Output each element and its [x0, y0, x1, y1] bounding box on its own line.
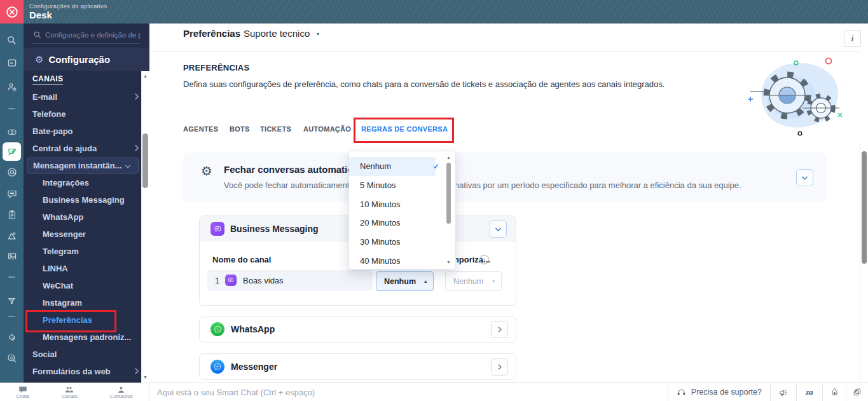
messenger-icon — [210, 360, 224, 374]
dropdown-scroll-up-icon[interactable]: ▲ — [446, 155, 451, 160]
sidebar-scroll-thumb[interactable] — [142, 133, 148, 188]
sidebar-item-telefone[interactable]: Telefone — [24, 105, 149, 123]
sidebar-item-mensagens-padronizadas[interactable]: Mensagens padroniz... — [24, 329, 149, 346]
chevron-right-icon — [134, 92, 139, 101]
chat-dots-icon[interactable] — [0, 186, 24, 202]
chevron-right-icon — [134, 144, 139, 153]
dropdown-option-30-minutos[interactable]: 30 Minutos — [349, 233, 436, 252]
sidebar-item-linha[interactable]: LINHA — [24, 260, 149, 277]
rail-divider — [8, 108, 15, 109]
sidebar-search[interactable]: Configuração e definição de pesquisa — [24, 24, 149, 48]
bottom-nav-chats[interactable]: Chats — [16, 386, 29, 399]
clipboard-icon[interactable] — [0, 207, 24, 223]
sidebar-item-email[interactable]: E-mail — [24, 88, 149, 105]
gear-icon: ⚙ — [201, 165, 212, 177]
sidebar-item-mensagem-instantanea[interactable]: Mensagem instantân... — [27, 158, 139, 173]
filter-funnel-icon[interactable] — [0, 292, 24, 309]
tab-regras-de-conversa[interactable]: REGRAS DE CONVERSA — [361, 125, 448, 133]
tab-bots[interactable]: BOTS — [230, 125, 250, 133]
chevron-down-icon — [801, 175, 809, 181]
whatsapp-icon — [210, 322, 224, 336]
tab-tickets[interactable]: TICKETS — [260, 125, 291, 133]
sidebar-item-bate-papo[interactable]: Bate-papo — [24, 123, 149, 140]
sidebar-scroll-down-icon[interactable]: ▼ — [143, 375, 148, 379]
main-scroll-thumb[interactable] — [862, 151, 867, 264]
info-button[interactable]: i — [844, 30, 861, 47]
sidebar-scrollbar[interactable] — [141, 71, 149, 383]
sidebar-section-canais[interactable]: CANAIS — [24, 71, 149, 88]
tab-automacao[interactable]: AUTOMAÇÃO — [303, 125, 351, 133]
recent-windows-button[interactable] — [846, 383, 868, 401]
app-logo[interactable] — [0, 0, 24, 24]
configuration-header: ⚙ Configuração — [24, 48, 149, 71]
column-channel-name: Nome do canal — [212, 255, 271, 264]
support-button[interactable]: Precisa de suporte? — [668, 383, 770, 401]
caret-down-icon[interactable]: ▾ — [317, 31, 319, 37]
channel-row[interactable]: 1 Boas vidas — [207, 270, 373, 291]
expand-whatsapp-button[interactable] — [491, 321, 508, 338]
search-icon[interactable] — [0, 32, 24, 48]
sidebar-nav-list: CANAIS E-mail Telefone Bate-papo Central… — [24, 71, 149, 380]
sidebar-item-preferencias[interactable]: Preferências — [24, 311, 149, 329]
sidebar-item-integracoes[interactable]: Integrações — [24, 174, 149, 191]
sidebar-item-central-de-ajuda[interactable]: Central de ajuda — [24, 140, 149, 157]
dropdown-scroll-down-icon[interactable]: ▼ — [446, 260, 451, 264]
bottom-nav-contactos[interactable]: Contactos — [110, 386, 133, 399]
notes-ta-icon[interactable]: ta — [0, 55, 24, 71]
media-image-icon[interactable] — [0, 248, 24, 264]
sidebar-item-telegram[interactable]: Telegram — [24, 243, 149, 260]
instant-messaging-active-item[interactable] — [3, 142, 21, 161]
droplet-icon — [830, 388, 839, 397]
close-conversations-description: Você pode fechar automaticamente as conv… — [224, 180, 809, 190]
tab-agentes[interactable]: AGENTES — [183, 125, 218, 133]
row-index: 1 — [215, 276, 219, 285]
agent-settings-icon[interactable] — [0, 79, 24, 95]
sidebar-item-messenger[interactable]: Messenger — [24, 226, 149, 243]
messenger-card[interactable]: Messenger — [199, 353, 516, 380]
announcements-button[interactable] — [770, 383, 796, 401]
sidebar-item-business-messaging[interactable]: Business Messaging — [24, 191, 149, 208]
search-mention-icon[interactable]: @ — [0, 350, 24, 367]
integrations-link-icon[interactable] — [0, 124, 24, 140]
chevron-right-icon — [497, 325, 502, 334]
caret-down-icon: ▾ — [492, 279, 495, 284]
messenger-label: Messenger — [231, 362, 277, 372]
collapse-card-button[interactable] — [796, 169, 813, 186]
sidebar-item-formularios-da-web[interactable]: Formulários da web — [24, 363, 149, 380]
timeout-dropdown[interactable]: Nenhum ▴ — [376, 271, 434, 291]
radar-button[interactable] — [822, 383, 846, 401]
svg-text:ta: ta — [10, 61, 13, 65]
page-title: Preferências — [183, 28, 240, 39]
dropdown-option-nenhum[interactable]: Nenhum ✓ — [349, 157, 436, 176]
sidebar-scroll-up-icon[interactable]: ▲ — [143, 74, 148, 78]
dropdown-scroll-thumb[interactable] — [446, 163, 451, 224]
sidebar-item-social[interactable]: Social — [24, 346, 149, 363]
tags-icon[interactable] — [0, 329, 24, 346]
dropdown-option-10-minutos[interactable]: 10 Minutos — [349, 194, 436, 214]
department-selector[interactable]: Suporte tecnico — [244, 28, 310, 39]
channel-name: Boas vidas — [243, 276, 284, 285]
info-circle-icon[interactable]: i — [479, 255, 489, 264]
sidebar-item-instagram[interactable]: Instagram — [24, 294, 149, 311]
collapse-section-button[interactable] — [490, 221, 507, 238]
smart-chat-input[interactable]: Aqui está o seu Smart Chat (Ctrl + espaç… — [149, 383, 668, 401]
expand-messenger-button[interactable] — [491, 358, 508, 376]
dropdown-option-40-minutos[interactable]: 40 Minutos — [349, 251, 436, 270]
business-messaging-title: Business Messaging — [230, 224, 319, 234]
dropdown-option-5-minutos[interactable]: 5 Minutos — [349, 176, 436, 195]
sidebar-item-wechat[interactable]: WeChat — [24, 277, 149, 294]
chevron-down-icon — [494, 226, 502, 233]
bottom-nav-canais[interactable]: Canais — [62, 386, 78, 399]
sidebar-item-whatsapp[interactable]: WhatsApp — [24, 208, 149, 226]
activity-triangle-icon[interactable] — [0, 228, 24, 244]
timer-dropdown[interactable]: Nenhum ▾ — [445, 271, 502, 291]
business-messaging-icon — [210, 222, 224, 236]
gear-icon: ⚙ — [35, 55, 43, 64]
whatsapp-card[interactable]: WhatsApp — [199, 316, 516, 343]
mention-icon[interactable] — [0, 164, 24, 180]
left-icon-rail: ta — [0, 24, 24, 383]
dropdown-option-20-minutos[interactable]: 20 Minutos — [349, 214, 436, 233]
caret-up-icon: ▴ — [424, 279, 427, 284]
gears-illustration — [738, 51, 855, 143]
zia-button[interactable]: za — [796, 383, 822, 401]
